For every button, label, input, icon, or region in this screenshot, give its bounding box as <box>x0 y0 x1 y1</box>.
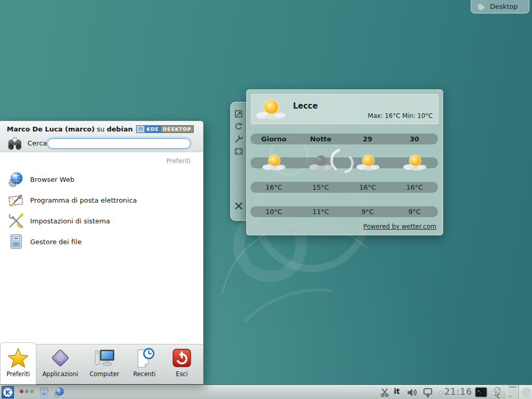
keyboard-layout-indicator[interactable]: it <box>394 387 400 395</box>
moon-cloud-icon <box>309 154 332 171</box>
weather-unavailable-icon <box>494 387 501 394</box>
tab-preferiti[interactable]: Preferiti <box>0 342 36 384</box>
tab-label: Preferiti <box>1 370 36 378</box>
sun-cloud-icon <box>262 154 286 171</box>
title-connector: su <box>95 125 107 133</box>
weather-icons-row <box>250 157 438 168</box>
badge-desktop-label: DESKTOP <box>161 126 193 132</box>
mini-widget-mark <box>509 396 511 397</box>
sun-cloud-icon <box>356 154 380 171</box>
digital-clock[interactable]: 21:16 <box>444 387 474 397</box>
svg-text:K: K <box>5 389 11 396</box>
column-label: Giorno <box>250 135 297 143</box>
cashew-icon <box>476 2 486 11</box>
column-label: Notte <box>297 135 344 143</box>
pager-dot-blue[interactable] <box>25 390 29 393</box>
svg-text:K: K <box>139 128 142 131</box>
menu-item-label: Browser Web <box>30 176 74 183</box>
day-temp: 15°C <box>297 183 344 191</box>
desktop-toolbox-button[interactable]: Desktop <box>471 0 529 14</box>
sun-cloud-icon <box>256 99 286 121</box>
mini-widget-mark <box>509 387 516 388</box>
pager-dot-red[interactable] <box>20 390 23 393</box>
kickoff-header: Marco De Luca (marco) su debian K KDE DE… <box>0 121 203 152</box>
widget-handle[interactable] <box>230 102 247 221</box>
menu-item-email[interactable]: Programma di posta elettronica <box>0 190 203 210</box>
menu-item-label: Programma di posta elettronica <box>30 196 137 204</box>
tab-label: Recenti <box>127 370 162 378</box>
search-label: Cerca: <box>28 139 49 147</box>
weather-city: Lecce <box>293 101 318 111</box>
weather-night-temps-row: 10°C 11°C 9°C 9°C <box>250 206 438 217</box>
toolbox-label: Desktop <box>490 3 518 10</box>
tab-label: Esci <box>164 370 200 378</box>
volume-icon[interactable] <box>406 387 418 398</box>
network-monitor-icon[interactable] <box>422 387 434 398</box>
configure-wrench-icon[interactable] <box>234 135 243 143</box>
computer-monitor-icon <box>94 347 115 369</box>
column-label: 29 <box>344 135 391 143</box>
power-logout-icon <box>171 347 193 369</box>
tab-computer[interactable]: Computer <box>84 344 125 384</box>
weather-widget: Lecce Max: 16°C Min: 10°C Giorno Notte 2… <box>246 89 443 235</box>
svg-text:>_: >_ <box>477 389 482 393</box>
activity-pager-dots[interactable] <box>20 390 34 393</box>
day-temp: 16°C <box>250 183 297 191</box>
kickoff-favorites-list: Preferiti Browser Web Programma di pos <box>0 152 203 344</box>
applications-diamond-icon <box>49 347 71 369</box>
systray-expander-icon[interactable] <box>437 390 444 394</box>
web-browser-launcher[interactable] <box>54 387 65 398</box>
favorites-section-label: Preferiti <box>166 157 191 165</box>
day-temp: 16°C <box>391 183 438 191</box>
tab-recenti[interactable]: Recenti <box>127 344 162 384</box>
user-name: Marco De Luca (marco) <box>7 125 95 133</box>
menu-item-label: Impostazioni di sistema <box>30 217 110 225</box>
recent-document-clock-icon <box>134 347 155 369</box>
weather-day-temps-row: 16°C 15°C 16°C 16°C <box>250 182 438 193</box>
pager-dot-green[interactable] <box>30 390 34 393</box>
menu-item-browser-web[interactable]: Browser Web <box>0 169 203 190</box>
night-temp: 11°C <box>297 208 344 216</box>
klipper-scissors-icon[interactable] <box>380 388 390 397</box>
resize-icon[interactable] <box>234 110 243 118</box>
mail-envelope-icon <box>8 192 24 208</box>
system-settings-tools-icon <box>8 212 24 229</box>
kde-desktop-badge: K KDE DESKTOP <box>136 125 194 133</box>
close-icon[interactable] <box>234 202 243 210</box>
night-temp: 10°C <box>250 208 297 216</box>
menu-item-file-manager[interactable]: Gestore dei file <box>0 231 203 252</box>
weather-header: Lecce Max: 16°C Min: 10°C <box>251 94 438 124</box>
desktop-background: Desktop Lecce Max: 16°C Min: 10°C <box>0 0 532 399</box>
terminal-tray-icon[interactable]: >_ <box>475 387 487 397</box>
tab-esci[interactable]: Esci <box>164 344 200 384</box>
tab-applicazioni[interactable]: Applicazioni <box>38 344 82 384</box>
badge-kde-label: KDE <box>144 126 161 132</box>
tab-label: Applicazioni <box>38 370 82 378</box>
weather-max-min: Max: 16°C Min: 10°C <box>368 112 433 119</box>
rotate-icon[interactable] <box>234 122 243 131</box>
sun-cloud-icon <box>403 154 427 171</box>
kmenu-launcher-button[interactable]: K <box>2 386 14 398</box>
night-temp: 9°C <box>391 208 438 216</box>
day-temp: 16°C <box>344 183 391 191</box>
star-icon <box>7 347 29 369</box>
panel-cashew[interactable] <box>519 385 532 399</box>
column-label: 30 <box>391 135 438 143</box>
weather-columns-row: Giorno Notte 29 30 <box>250 134 438 144</box>
search-input[interactable] <box>47 138 191 149</box>
panel-mini-widget[interactable] <box>507 385 519 399</box>
menu-item-system-settings[interactable]: Impostazioni di sistema <box>0 210 203 231</box>
bottom-panel: K it 21:16 <box>0 384 532 399</box>
file-manager-cabinet-icon <box>8 233 24 250</box>
tab-label: Computer <box>84 370 125 378</box>
weather-tray-label: °C <box>491 394 503 398</box>
kickoff-user-title: Marco De Luca (marco) su debian <box>7 125 132 133</box>
night-temp: 9°C <box>344 208 391 216</box>
weather-credit-link[interactable]: Powered by wetter.com <box>363 223 436 230</box>
file-manager-launcher[interactable] <box>38 387 50 398</box>
search-binoculars-icon <box>6 136 23 153</box>
host-name: debian <box>107 125 133 133</box>
web-browser-globe-icon <box>8 171 24 188</box>
weather-tray-widget[interactable]: °C <box>491 385 503 398</box>
maximize-icon[interactable] <box>234 147 243 156</box>
